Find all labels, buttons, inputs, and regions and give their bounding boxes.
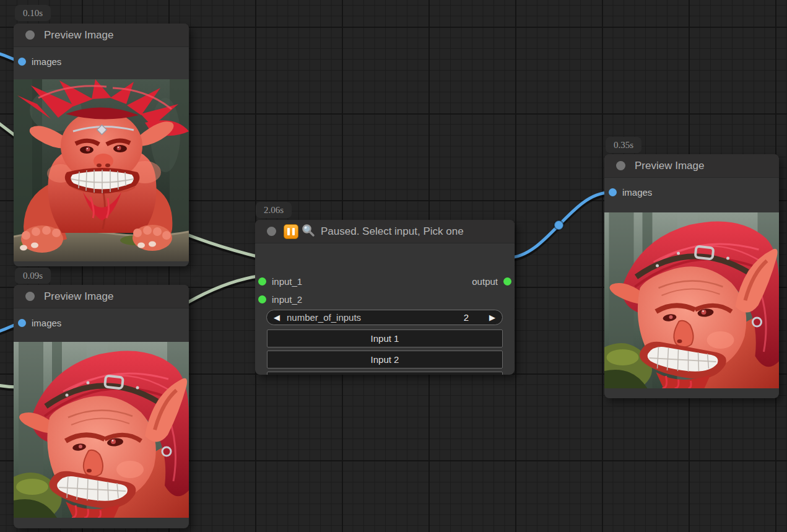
execution-time-badge: 2.06s [256,202,292,218]
stop-button[interactable]: Stop [267,372,503,375]
slot-label: images [32,318,61,328]
slot-label: input_1 [272,276,302,287]
node-header[interactable]: Paused. Select input, Pick one [255,220,515,243]
node-title: Preview Image [44,29,113,41]
node-preview-image-2[interactable]: Preview Image images [14,285,189,528]
input-slot-dot[interactable] [258,277,266,286]
slot-label: output [472,276,498,287]
node-title: Paused. Select input, Pick one [321,225,464,238]
collapse-dot-icon[interactable] [616,161,625,170]
pause-icon [284,224,298,239]
widget-value: 2 [464,312,469,323]
number-of-inputs-widget[interactable]: ◀ number_of_inputs 2 ▶ [266,310,503,325]
increment-arrow-icon[interactable]: ▶ [482,310,502,325]
node-graph-canvas[interactable]: { "colors": { "link_image": "#56a4e6", "… [0,0,787,532]
input-slot-dot[interactable] [18,58,26,66]
slot-label: images [622,187,652,198]
collapse-dot-icon[interactable] [267,227,276,236]
node-header[interactable]: Preview Image [604,154,779,178]
decrement-arrow-icon[interactable]: ◀ [267,310,287,325]
input-slot-dot[interactable] [609,188,617,196]
node-pick-input[interactable]: Paused. Select input, Pick one input_1 i… [255,220,515,375]
input-slot-dot[interactable] [258,295,266,303]
execution-time-badge: 0.09s [15,268,51,284]
node-title: Preview Image [44,290,113,303]
input-1-button[interactable]: Input 1 [267,329,503,347]
node-title: Preview Image [635,160,704,172]
execution-time-badge: 0.10s [15,5,51,21]
link-wire [508,193,609,258]
node-preview-image-3[interactable]: Preview Image images [604,154,779,398]
slot-label: images [32,56,61,67]
collapse-dot-icon[interactable] [25,292,35,301]
collapse-dot-icon[interactable] [25,30,35,40]
widget-label: number_of_inputs [287,312,464,323]
link-midpoint-handle[interactable] [554,220,563,230]
preview-image [14,342,189,518]
node-header[interactable]: Preview Image [14,285,189,308]
preview-image [14,79,189,261]
node-preview-image-1[interactable]: Preview Image images [14,24,189,266]
slot-label: input_2 [272,294,302,305]
execution-time-badge: 0.35s [606,137,641,153]
input-slot-dot[interactable] [18,319,26,327]
input-2-button[interactable]: Input 2 [267,351,503,368]
magnifier-icon [301,223,316,240]
preview-image [604,212,779,388]
output-slot-dot[interactable] [503,277,511,286]
node-header[interactable]: Preview Image [14,24,189,47]
